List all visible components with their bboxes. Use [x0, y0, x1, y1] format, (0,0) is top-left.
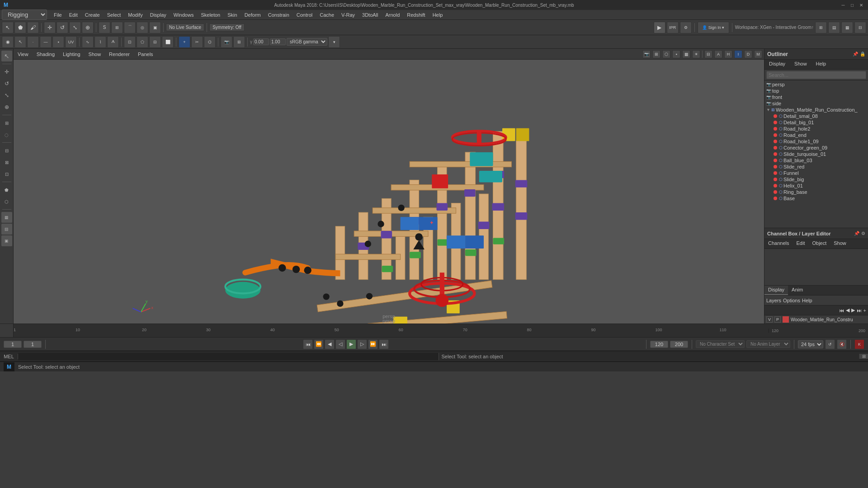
- menu-create[interactable]: Create: [82, 11, 103, 19]
- no-live-surface-btn[interactable]: No Live Surface: [166, 23, 204, 31]
- tree-item-funnel[interactable]: ⬡ Funnel: [764, 170, 868, 176]
- vp-view[interactable]: View: [15, 51, 31, 58]
- tree-item-road-end[interactable]: ⬡ Road_end: [764, 132, 868, 138]
- restore-button[interactable]: □: [849, 2, 855, 8]
- layer-ctrl-4[interactable]: ⏭: [857, 308, 862, 313]
- vp-show[interactable]: Show: [86, 51, 104, 58]
- vp-wire-btn[interactable]: ⬡: [662, 50, 670, 58]
- vp-aa-btn[interactable]: A: [714, 50, 722, 58]
- snap-curve[interactable]: ⌒: [124, 22, 136, 33]
- extrude-btn[interactable]: ⊡: [124, 36, 136, 48]
- prev-frame-btn[interactable]: ◀: [325, 339, 335, 349]
- layer-p-toggle[interactable]: P: [774, 316, 781, 323]
- cb-tab-edit[interactable]: Edit: [793, 239, 808, 249]
- gamma-input2[interactable]: [270, 38, 286, 45]
- vp-motion-btn[interactable]: M: [754, 50, 762, 58]
- snap-view[interactable]: ▣: [149, 22, 161, 33]
- tl-numbers-area[interactable]: 1 10 20 30 40 50 60 70 80 90 100 110: [14, 324, 769, 337]
- cam-btn2[interactable]: ⊞: [233, 36, 245, 48]
- select-face[interactable]: ▪: [52, 36, 64, 48]
- render-btn[interactable]: ▶: [654, 22, 665, 33]
- universal-manip[interactable]: ⊕: [82, 22, 94, 33]
- menu-cache[interactable]: Cache: [316, 11, 337, 19]
- grid3-ltool[interactable]: ▣: [1, 235, 12, 246]
- vp-solid-btn[interactable]: ▪: [672, 50, 680, 58]
- connect-tool[interactable]: ⌬: [204, 36, 216, 48]
- tree-item-conector[interactable]: ⬡ Conector_green_09: [764, 145, 868, 151]
- step-fwd-btn[interactable]: ⏩: [368, 339, 378, 349]
- layer-ctrl-5[interactable]: +: [863, 308, 866, 313]
- colorspace-expand[interactable]: ▾: [328, 36, 340, 48]
- tree-item-side[interactable]: 📷 side: [764, 100, 868, 107]
- soft-ltool[interactable]: ◌: [1, 129, 12, 140]
- menu-windows[interactable]: Windows: [170, 11, 197, 19]
- menu-select[interactable]: Select: [104, 11, 124, 19]
- tree-item-helix[interactable]: ⬡ Helix_01: [764, 183, 868, 189]
- tree-item-road-hole1[interactable]: ⬡ Road_hole1_09: [764, 138, 868, 145]
- lasso-tool[interactable]: ⬟: [14, 22, 26, 33]
- select-object[interactable]: ↖: [14, 36, 26, 48]
- select-uv[interactable]: UV: [65, 36, 77, 48]
- snap3-ltool[interactable]: ⊡: [1, 169, 12, 179]
- display-menu-options[interactable]: Options: [783, 298, 800, 303]
- snap2-ltool[interactable]: ⊠: [1, 157, 12, 168]
- universal-ltool[interactable]: ⊕: [1, 102, 12, 113]
- range-end-field[interactable]: [650, 341, 668, 348]
- script-editor-btn[interactable]: ⊞: [859, 354, 868, 359]
- move-tool[interactable]: ✛: [44, 22, 56, 33]
- tree-item-wooden-group[interactable]: ▼ ⊞ Wooden_Marble_Run_Construction_: [764, 107, 868, 113]
- channelbox-pin[interactable]: 📌: [854, 231, 859, 236]
- tree-item-ring-base[interactable]: ⬡ Ring_base: [764, 189, 868, 195]
- fps-select[interactable]: 24 fps 30 fps 60 fps: [798, 340, 823, 348]
- tree-item-persp[interactable]: 📷 persp: [764, 81, 868, 88]
- sculpt1-ltool[interactable]: ⬟: [1, 184, 12, 195]
- tree-item-ball-blue[interactable]: ⬡ Ball_blue_03: [764, 157, 868, 164]
- tree-item-top[interactable]: 📷 top: [764, 88, 868, 94]
- tree-item-detail-big[interactable]: ⬡ Detail_big_01: [764, 119, 868, 126]
- rotate-ltool[interactable]: ↺: [1, 78, 12, 89]
- outliner-search-input[interactable]: [766, 71, 866, 79]
- select-edge[interactable]: —: [40, 36, 52, 48]
- snap1-ltool[interactable]: ⊟: [1, 145, 12, 156]
- layer-ctrl-2[interactable]: ◀: [846, 307, 849, 313]
- vp-res-btn[interactable]: ⊟: [704, 50, 712, 58]
- add-div-btn[interactable]: +: [179, 36, 190, 48]
- goto-end-btn[interactable]: ⏭: [379, 339, 389, 349]
- anim-end-field[interactable]: [670, 341, 688, 348]
- display-tab-anim[interactable]: Anim: [788, 286, 807, 295]
- tree-item-slide-turq[interactable]: ⬡ Slide_turquoise_01: [764, 151, 868, 157]
- menu-deform[interactable]: Deform: [241, 11, 264, 19]
- multi-cut[interactable]: ✂: [191, 36, 203, 48]
- menu-help[interactable]: Help: [429, 11, 446, 19]
- menu-modify[interactable]: Modify: [125, 11, 146, 19]
- mute-btn[interactable]: 🔇: [837, 339, 847, 349]
- symmetry-btn[interactable]: Symmetry: Off: [209, 23, 245, 31]
- outliner-pin[interactable]: 📌: [853, 52, 858, 56]
- gamma-input1[interactable]: [253, 38, 269, 45]
- layer-vis-toggle[interactable]: V: [766, 316, 773, 323]
- outliner-tab-help[interactable]: Help: [811, 60, 831, 69]
- vp-hud-btn[interactable]: H: [724, 50, 732, 58]
- bridge-btn[interactable]: ⊟: [149, 36, 161, 48]
- outliner-lock[interactable]: 🔒: [860, 52, 865, 56]
- vp-cam-btn[interactable]: 📷: [642, 50, 651, 58]
- tree-item-road-hole2[interactable]: ⬡ Road_hole2: [764, 126, 868, 132]
- next-frame-btn[interactable]: ▷: [357, 339, 367, 349]
- pivot-ltool[interactable]: ⊞: [1, 117, 12, 128]
- snap-point[interactable]: ◎: [137, 22, 148, 33]
- menu-edit[interactable]: Edit: [66, 11, 81, 19]
- tree-item-base[interactable]: ⬡ Base: [764, 195, 868, 202]
- menu-redshift[interactable]: Redshift: [404, 11, 428, 19]
- minimize-button[interactable]: ─: [840, 2, 846, 8]
- play-back-btn[interactable]: ◁: [335, 339, 345, 349]
- select-vertex[interactable]: ·: [27, 36, 39, 48]
- color-space-select[interactable]: sRGB gamma: [287, 38, 327, 46]
- mirror-btn[interactable]: ⬜: [162, 36, 174, 48]
- poly-sphere[interactable]: ◉: [2, 36, 14, 48]
- paint-select[interactable]: 🖌: [27, 22, 39, 33]
- timeline-ruler[interactable]: 1 10 20 30 40 50 60 70 80 90 100 110 120…: [0, 324, 868, 337]
- menu-control[interactable]: Control: [293, 11, 316, 19]
- settings1[interactable]: ▤: [828, 22, 840, 33]
- anim-layer-select[interactable]: No Anim Layer: [746, 340, 790, 348]
- display-menu-help[interactable]: Help: [802, 298, 812, 303]
